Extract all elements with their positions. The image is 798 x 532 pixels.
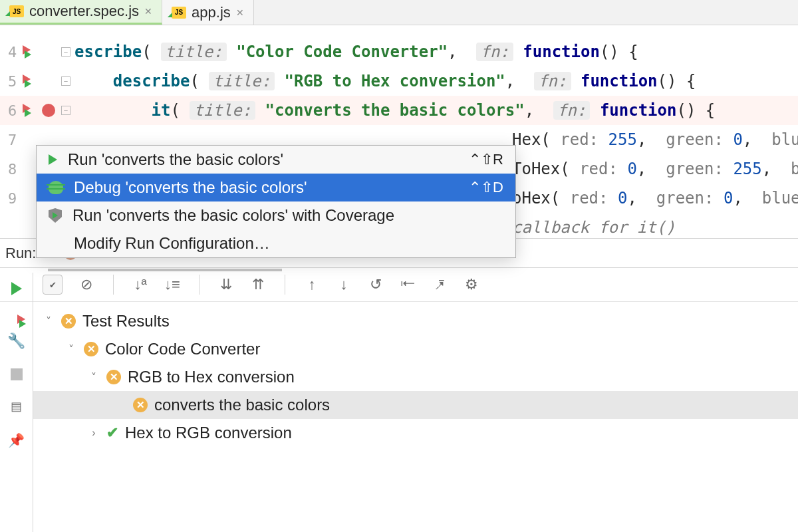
pin-icon[interactable]: 📌 — [8, 432, 25, 448]
prev-failed-icon[interactable]: ↑ — [304, 277, 320, 293]
param-hint: fn: — [476, 43, 513, 61]
tree-node[interactable]: › ✔ Hex to RGB conversion — [33, 419, 798, 447]
line-number: 5 — [8, 73, 17, 90]
show-ignored-toggle[interactable]: ⊘ — [78, 277, 94, 293]
tree-label: Test Results — [82, 312, 170, 331]
line-number: 8 — [8, 161, 17, 178]
run-test-icon[interactable] — [22, 45, 37, 59]
tab-app-js[interactable]: JS app.js ✕ — [162, 0, 254, 25]
param-hint: title: — [209, 72, 275, 90]
rerun-icon[interactable] — [11, 282, 22, 295]
js-file-icon: JS — [9, 5, 24, 17]
tree-label: RGB to Hex conversion — [128, 368, 295, 386]
tree-root[interactable]: ˅ ✕ Test Results — [33, 307, 798, 335]
menu-run[interactable]: Run 'converts the basic colors' ⌃⇧R — [37, 146, 515, 174]
tree-label: Hex to RGB conversion — [125, 424, 292, 442]
expand-all-icon[interactable]: ⇊ — [218, 277, 234, 293]
code-editor[interactable]: 4 — 5 — 6 — 7 8 9 escribe( title: "Color… — [0, 25, 798, 238]
tree-label: converts the basic colors — [154, 396, 330, 414]
run-icon — [49, 154, 57, 165]
run-side-toolbar: 🔧 ▤ 📌 — [0, 273, 33, 532]
keyword: function — [523, 43, 600, 61]
chevron-down-icon[interactable]: ˅ — [88, 371, 100, 384]
keyword: function — [581, 72, 658, 90]
menu-modify-config[interactable]: Modify Run Configuration… — [37, 229, 515, 257]
number-literal: 255 — [608, 130, 637, 149]
breakpoint-icon[interactable] — [42, 104, 55, 117]
js-file-icon: JS — [172, 7, 186, 19]
string-literal: "Color Code Converter" — [236, 43, 448, 61]
fail-icon: ✕ — [133, 398, 148, 412]
menu-coverage[interactable]: Run 'converts the basic colors' with Cov… — [37, 201, 515, 229]
line-number: 4 — [8, 44, 17, 61]
inline-hint: callback for it() — [512, 218, 676, 237]
code-token: oHex — [512, 189, 551, 207]
number-literal: 0 — [627, 160, 636, 178]
number-literal: 0 — [724, 189, 733, 207]
stop-icon[interactable] — [11, 368, 23, 380]
tree-node[interactable]: ˅ ✕ RGB to Hex conversion — [33, 363, 798, 391]
fail-icon: ✕ — [106, 370, 121, 384]
sort-icon[interactable]: ↓ª — [132, 277, 148, 293]
wrench-icon[interactable]: 🔧 — [7, 332, 25, 350]
menu-label: Run 'converts the basic colors' — [68, 150, 283, 169]
fold-icon[interactable]: — — [61, 106, 70, 115]
fail-icon: ✕ — [61, 314, 76, 329]
param-hint: blue: — [762, 189, 798, 207]
chevron-down-icon[interactable]: ˅ — [43, 315, 55, 328]
run-test-icon[interactable] — [22, 103, 37, 118]
chevron-down-icon[interactable]: ˅ — [65, 343, 77, 356]
fail-icon: ✕ — [84, 342, 98, 356]
code-token: describe — [113, 72, 190, 90]
collapse-all-icon[interactable]: ⇈ — [250, 277, 266, 293]
close-icon[interactable]: ✕ — [236, 7, 244, 18]
pass-icon: ✔ — [106, 424, 118, 442]
param-hint: b — [791, 160, 798, 178]
coverage-icon — [49, 208, 62, 223]
param-hint: green: — [666, 160, 724, 178]
param-hint: green: — [666, 130, 724, 149]
code-token: ToHex — [512, 160, 560, 178]
import-icon[interactable]: ⭰ — [400, 277, 416, 293]
export-icon[interactable]: ⭷ — [432, 277, 448, 293]
shortcut: ⌃⇧D — [469, 179, 503, 196]
line-number: 9 — [8, 190, 17, 207]
line-number: 7 — [8, 132, 17, 148]
next-failed-icon[interactable]: ↓ — [336, 277, 352, 293]
close-icon[interactable]: ✕ — [144, 6, 152, 17]
string-literal: "RGB to Hex conversion" — [284, 72, 505, 90]
code-token: () { — [676, 101, 715, 120]
active-tab-underline — [48, 269, 282, 271]
code-token: escribe — [74, 43, 142, 61]
bug-icon — [49, 181, 63, 194]
tab-converter-spec[interactable]: JS converter.spec.js ✕ — [0, 0, 162, 25]
context-menu: Run 'converts the basic colors' ⌃⇧R Debu… — [36, 145, 516, 258]
param-hint: blue — [771, 130, 798, 149]
tree-leaf-selected[interactable]: ✕ converts the basic colors — [33, 391, 798, 419]
param-hint: fn: — [553, 101, 590, 120]
editor-tabs: JS converter.spec.js ✕ JS app.js ✕ — [0, 0, 798, 25]
param-hint: red: — [570, 189, 608, 207]
layout-icon[interactable]: ▤ — [11, 399, 22, 414]
tab-label: app.js — [192, 4, 231, 21]
chevron-right-icon[interactable]: › — [88, 427, 100, 439]
fold-icon[interactable]: — — [61, 47, 70, 57]
menu-label: Run 'converts the basic colors' with Cov… — [72, 206, 394, 225]
code-token: () { — [600, 43, 638, 61]
gear-icon[interactable]: ⚙ — [464, 277, 479, 293]
param-hint: green: — [656, 189, 714, 207]
number-literal: 0 — [618, 189, 627, 207]
sort-duration-icon[interactable]: ↓≡ — [164, 277, 180, 293]
shortcut: ⌃⇧R — [469, 151, 503, 168]
history-icon[interactable]: ↺ — [368, 277, 384, 293]
menu-debug[interactable]: Debug 'converts the basic colors' ⌃⇧D — [37, 174, 515, 201]
run-test-icon[interactable] — [22, 74, 37, 88]
param-hint: red: — [579, 160, 618, 178]
show-passed-toggle[interactable]: ✔ — [43, 275, 63, 295]
fold-icon[interactable]: — — [61, 76, 70, 86]
tree-node[interactable]: ˅ ✕ Color Code Converter — [33, 335, 798, 363]
number-literal: 255 — [733, 160, 761, 178]
string-literal: "converts the basic colors" — [265, 101, 525, 120]
test-toolbar: ✔ ⊘ ↓ª ↓≡ ⇊ ⇈ ↑ ↓ ↺ ⭰ ⭷ ⚙ — [0, 267, 798, 302]
param-hint: title: — [161, 43, 227, 61]
